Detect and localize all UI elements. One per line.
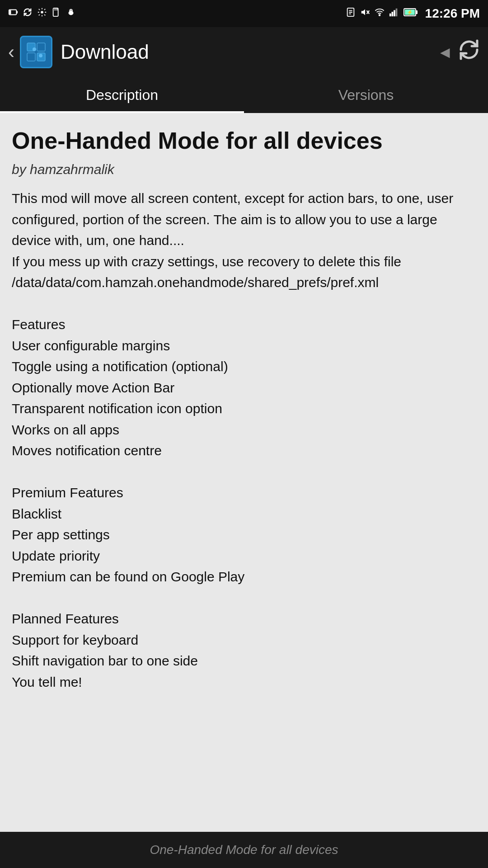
puzzle-logo-icon [25,41,47,63]
battery-charging-icon: ⚡ [404,7,418,20]
bottom-bar-title: One-Handed Mode for all devices [150,843,338,857]
svg-rect-1 [16,11,18,14]
refresh-button[interactable] [458,39,480,65]
svg-rect-21 [394,10,395,16]
status-time: 12:26 PM [425,6,480,21]
svg-rect-2 [9,10,11,14]
status-bar-left-icons [8,7,76,20]
signal-triangle-icon: ◀ [440,45,450,60]
wifi-icon [375,7,385,20]
status-bar: ⚡ 12:26 PM [0,0,488,27]
svg-rect-20 [391,12,393,16]
svg-rect-19 [389,14,391,16]
svg-point-13 [71,10,72,11]
back-button[interactable]: ‹ [8,41,14,63]
nfc-icon [346,7,356,20]
signal-icon [389,7,399,20]
app-bar-title: Download [61,41,440,63]
refresh-icon [23,7,33,20]
svg-rect-31 [33,47,36,51]
svg-text:⚡: ⚡ [407,9,413,15]
settings-icon [37,7,47,20]
svg-rect-22 [395,9,397,16]
mod-title: One-Handed Mode for all devices [12,127,476,155]
mod-description: This mod will move all screen content, e… [12,188,476,693]
svg-rect-28 [37,43,45,51]
app-bar: ‹ Download ◀ [0,27,488,77]
mod-author: by hamzahrmalik [12,162,476,177]
svg-point-12 [70,10,70,11]
tab-versions[interactable]: Versions [244,77,488,113]
bottom-bar: One-Handed Mode for all devices [0,832,488,868]
llama-icon [66,7,76,20]
svg-point-18 [379,14,380,16]
tabs-bar: Description Versions [0,77,488,113]
mute-icon [360,7,370,20]
svg-rect-29 [27,53,35,61]
svg-rect-32 [39,54,42,57]
tab-description[interactable]: Description [0,77,244,113]
sd-card-icon [52,7,61,20]
status-bar-right-icons: ⚡ 12:26 PM [346,6,480,21]
battery-low-icon [8,7,18,20]
app-logo [20,36,52,68]
main-content: One-Handed Mode for all devices by hamza… [0,113,488,832]
svg-point-3 [41,11,43,14]
svg-rect-24 [416,10,418,14]
svg-marker-15 [361,9,365,15]
